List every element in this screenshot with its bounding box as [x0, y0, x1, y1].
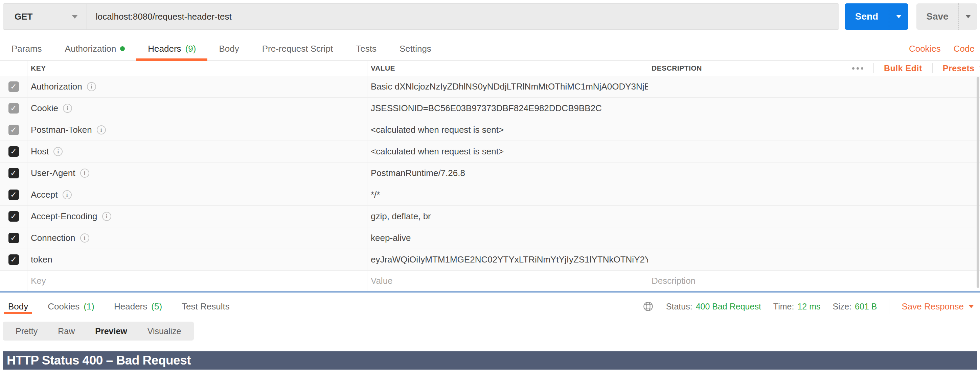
- code-link[interactable]: Code: [954, 44, 975, 54]
- request-tabs: ParamsAuthorizationHeaders(9)BodyPre-req…: [0, 37, 443, 60]
- key-cell[interactable]: Accept-Encodingi: [27, 206, 367, 227]
- key-cell[interactable]: Accepti: [27, 184, 367, 206]
- value-cell[interactable]: Basic dXNlcjozNzIyZDhlNS0yNDdjLTRlNmMtOT…: [367, 76, 648, 97]
- description-cell[interactable]: [648, 184, 852, 206]
- new-description-input[interactable]: [652, 276, 842, 286]
- new-header-row: [0, 270, 980, 291]
- info-icon[interactable]: i: [97, 125, 106, 134]
- description-cell[interactable]: [648, 76, 852, 97]
- tab-label: Body: [219, 44, 239, 54]
- row-checkbox[interactable]: ✓: [8, 125, 19, 135]
- info-icon[interactable]: i: [102, 212, 111, 221]
- value-cell[interactable]: gzip, deflate, br: [367, 206, 648, 227]
- send-options-button[interactable]: [889, 3, 908, 30]
- row-checkbox[interactable]: ✓: [8, 255, 19, 265]
- value-cell[interactable]: JSESSIONID=BC56E03B97373DBF824E982DDCB9B…: [367, 98, 648, 119]
- value-cell[interactable]: keep-alive: [367, 227, 648, 248]
- row-checkbox[interactable]: ✓: [8, 233, 19, 243]
- tab-settings[interactable]: Settings: [388, 37, 443, 60]
- table-scrollbar[interactable]: [977, 77, 979, 288]
- row-spacer: [852, 141, 980, 162]
- key-cell[interactable]: Cookiei: [27, 98, 367, 119]
- new-value-input[interactable]: [371, 276, 634, 286]
- description-cell[interactable]: [648, 141, 852, 162]
- tab-label: Cookies: [48, 301, 80, 312]
- header-key: Authorization: [31, 81, 82, 92]
- row-checkbox[interactable]: ✓: [8, 190, 19, 200]
- tab-headers[interactable]: Headers(9): [136, 37, 207, 60]
- key-cell[interactable]: Authorizationi: [27, 76, 367, 97]
- tab-tests[interactable]: Tests: [344, 37, 388, 60]
- save-options-button[interactable]: [958, 3, 977, 30]
- header-key: token: [31, 255, 52, 265]
- tab-count-badge: (5): [151, 301, 162, 312]
- view-tab-preview[interactable]: Preview: [85, 326, 137, 336]
- tab-pre-request-script[interactable]: Pre-request Script: [251, 37, 345, 60]
- checkbox-cell: ✓: [0, 98, 27, 119]
- key-cell[interactable]: token: [27, 249, 367, 270]
- more-options-icon[interactable]: [852, 67, 863, 70]
- value-cell[interactable]: <calculated when request is sent>: [367, 119, 648, 141]
- tab-params[interactable]: Params: [0, 37, 53, 60]
- response-view-tabs: PrettyRawPreviewVisualize: [3, 322, 194, 340]
- description-cell[interactable]: [648, 119, 852, 141]
- header-row: ✓Postman-Tokeni<calculated when request …: [0, 119, 980, 141]
- tab-body[interactable]: Body: [207, 37, 250, 60]
- row-checkbox[interactable]: ✓: [8, 211, 19, 222]
- value-cell[interactable]: */*: [367, 184, 648, 206]
- response-tab-test-results[interactable]: Test Results: [177, 293, 234, 320]
- row-checkbox[interactable]: ✓: [8, 146, 19, 157]
- header-key: Accept-Encoding: [31, 211, 97, 222]
- send-button[interactable]: Send: [845, 3, 908, 30]
- description-cell[interactable]: [648, 249, 852, 270]
- description-cell[interactable]: [648, 163, 852, 184]
- new-row-spacer: [852, 271, 980, 291]
- checkbox-cell: ✓: [0, 119, 27, 141]
- divider: [889, 299, 889, 314]
- info-icon[interactable]: i: [80, 169, 89, 178]
- url-container: GET: [3, 3, 839, 30]
- response-tab-headers[interactable]: Headers(5): [109, 293, 167, 320]
- description-cell[interactable]: [648, 227, 852, 248]
- send-caret-icon: [896, 15, 902, 18]
- send-button-label[interactable]: Send: [845, 3, 889, 30]
- url-input[interactable]: [87, 4, 839, 29]
- tab-label: Tests: [356, 44, 377, 54]
- key-cell[interactable]: Hosti: [27, 141, 367, 162]
- value-cell[interactable]: <calculated when request is sent>: [367, 141, 648, 162]
- save-button[interactable]: Save: [916, 3, 977, 30]
- key-cell[interactable]: Connectioni: [27, 227, 367, 248]
- cookies-link[interactable]: Cookies: [909, 44, 941, 54]
- presets-button[interactable]: Presets: [933, 63, 980, 73]
- info-icon[interactable]: i: [80, 233, 89, 242]
- info-icon[interactable]: i: [87, 82, 96, 91]
- value-cell[interactable]: PostmanRuntime/7.26.8: [367, 163, 648, 184]
- response-tab-cookies[interactable]: Cookies(1): [43, 293, 99, 320]
- row-checkbox[interactable]: ✓: [8, 81, 19, 92]
- key-cell[interactable]: User-Agenti: [27, 163, 367, 184]
- response-tab-body[interactable]: Body: [3, 293, 33, 320]
- info-icon[interactable]: i: [63, 104, 72, 113]
- view-tab-visualize[interactable]: Visualize: [137, 326, 191, 336]
- request-tabs-bar: ParamsAuthorizationHeaders(9)BodyPre-req…: [0, 37, 980, 61]
- tab-authorization[interactable]: Authorization: [53, 37, 137, 60]
- view-tab-pretty[interactable]: Pretty: [5, 326, 48, 336]
- header-row: ✓Connectionikeep-alive: [0, 227, 980, 248]
- value-cell[interactable]: eyJraWQiOiIyMTM1MGE2NC02YTYxLTRiNmYtYjIy…: [367, 249, 648, 270]
- bulk-edit-button[interactable]: Bulk Edit: [874, 63, 932, 73]
- network-globe-icon[interactable]: [643, 301, 654, 312]
- new-key-input[interactable]: [31, 276, 350, 286]
- save-response-button[interactable]: Save Response: [902, 301, 974, 312]
- description-cell[interactable]: [648, 98, 852, 119]
- view-tab-raw[interactable]: Raw: [48, 326, 85, 336]
- info-icon[interactable]: i: [63, 190, 72, 199]
- info-icon[interactable]: i: [53, 147, 63, 156]
- save-button-label[interactable]: Save: [916, 3, 958, 30]
- method-select[interactable]: GET: [3, 4, 87, 29]
- key-cell[interactable]: Postman-Tokeni: [27, 119, 367, 141]
- row-checkbox[interactable]: ✓: [8, 103, 19, 114]
- header-key: Accept: [31, 190, 58, 200]
- row-checkbox[interactable]: ✓: [8, 168, 19, 178]
- key-column-header: KEY: [27, 61, 367, 76]
- description-cell[interactable]: [648, 206, 852, 227]
